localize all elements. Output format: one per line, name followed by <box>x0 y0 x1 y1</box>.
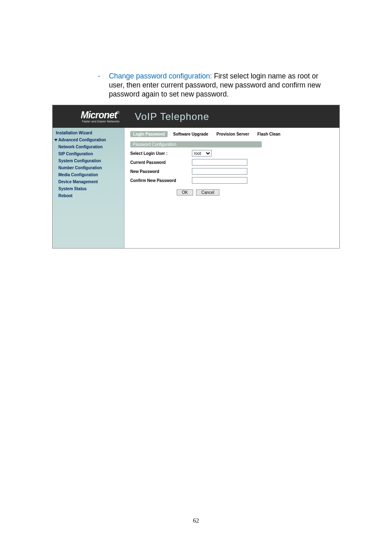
page-number: 62 <box>0 517 392 524</box>
sidebar-item-system[interactable]: System Configuration <box>53 157 124 164</box>
brand-reg: ® <box>117 111 120 115</box>
sidebar-group-advanced[interactable]: Advanced Configuration <box>53 136 124 143</box>
bullet-dash: - <box>91 72 107 81</box>
sidebar-item-installation-wizard[interactable]: Installation Wizard <box>53 129 124 136</box>
ok-button[interactable]: OK <box>177 189 193 196</box>
brand-name: Micronet <box>81 110 117 120</box>
tab-provision-server[interactable]: Provision Server <box>214 131 252 137</box>
row-select-user: Select Login User : root <box>130 150 334 157</box>
select-user-label: Select Login User : <box>130 151 192 156</box>
content-pane: Login Password Software Upgrade Provisio… <box>125 128 339 248</box>
current-password-label: Current Password <box>130 160 192 165</box>
brand-tagline: Faster and Easier Networks <box>53 120 120 123</box>
section-header: Password Configuration <box>130 141 262 147</box>
sidebar: Installation Wizard Advanced Configurati… <box>53 128 125 248</box>
screenshot-header: Micronet® Faster and Easier Networks VoI… <box>53 105 339 128</box>
new-password-label: New Password <box>130 169 192 174</box>
logo-block: Micronet® Faster and Easier Networks <box>53 111 125 123</box>
sidebar-item-media[interactable]: Media Configuration <box>53 171 124 178</box>
chevron-down-icon <box>54 139 58 141</box>
tab-bar: Login Password Software Upgrade Provisio… <box>130 131 334 137</box>
button-row: OK Cancel <box>130 189 266 196</box>
tab-flash-clean[interactable]: Flash Clean <box>254 131 283 137</box>
instruction-paragraph: - Change password configuration: First s… <box>91 72 336 99</box>
tab-software-upgrade[interactable]: Software Upgrade <box>170 131 211 137</box>
confirm-password-label: Confirm New Password <box>130 178 192 183</box>
screenshot-panel: Micronet® Faster and Easier Networks VoI… <box>52 105 340 249</box>
confirm-password-input[interactable] <box>192 177 247 184</box>
tab-login-password[interactable]: Login Password <box>130 131 168 137</box>
current-password-input[interactable] <box>192 159 247 166</box>
row-current-password: Current Password <box>130 159 334 166</box>
sidebar-item-sip[interactable]: SIP Configuration <box>53 150 124 157</box>
screenshot-body: Installation Wizard Advanced Configurati… <box>53 128 339 248</box>
sidebar-item-number[interactable]: Number Configuration <box>53 164 124 171</box>
cancel-button[interactable]: Cancel <box>196 189 219 196</box>
instruction-body: Change password configuration: First sel… <box>109 72 335 99</box>
sidebar-item-network[interactable]: Network Configuration <box>53 143 124 150</box>
select-login-user[interactable]: root <box>192 150 212 157</box>
row-confirm-password: Confirm New Password <box>130 177 334 184</box>
sidebar-item-reboot[interactable]: Reboot <box>53 192 124 199</box>
new-password-input[interactable] <box>192 168 247 175</box>
sidebar-item-status[interactable]: System Status <box>53 185 124 192</box>
sidebar-item-device[interactable]: Device Management <box>53 178 124 185</box>
row-new-password: New Password <box>130 168 334 175</box>
sidebar-group-label: Advanced Configuration <box>58 138 106 142</box>
logo-line: Micronet® <box>53 111 120 120</box>
page-title: VoIP Telephone <box>135 111 209 122</box>
instruction-highlight: Change password configuration: <box>109 72 212 80</box>
